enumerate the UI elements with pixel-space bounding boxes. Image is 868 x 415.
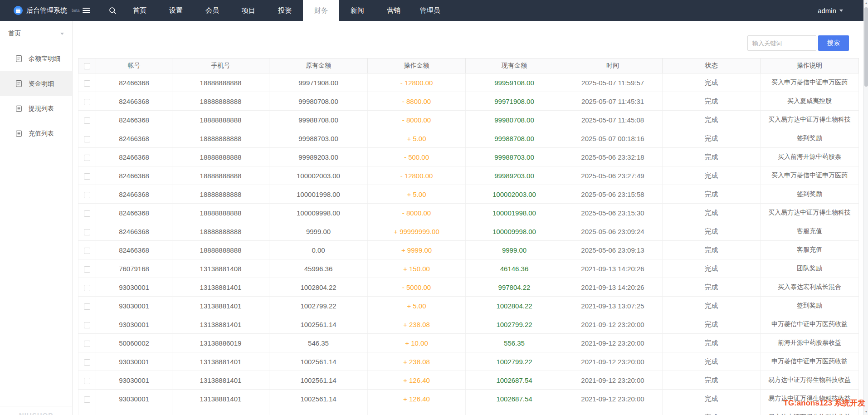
cell-desc: 客服充值 [761,222,859,241]
row-checkbox[interactable] [84,136,90,142]
cell-desc: 买入夏威夷控股 [761,92,859,111]
row-checkbox[interactable] [84,303,90,310]
cell-time: 2025-05-06 23:27:49 [563,166,663,185]
table-row: 8246636818888888888100001998.00+ 5.00100… [78,185,859,204]
cell-account: 93030001 [96,352,172,371]
row-checkbox[interactable] [84,155,90,161]
nav-item[interactable]: 投资 [267,0,303,21]
nav-item[interactable]: 会员 [194,0,230,21]
column-header: 手机号 [172,59,269,73]
sidebar-item[interactable]: 余额宝明细 [0,46,72,71]
cell-status: 完成 [663,315,761,334]
cell-status: 完成 [663,129,761,148]
cell-status: 完成 [663,259,761,278]
scrollbar-down-icon[interactable]: ▼ [864,409,868,415]
scrollbar-thumb[interactable] [864,7,868,87]
row-checkbox[interactable] [84,248,90,254]
cell-orig: 99988703.00 [269,129,368,148]
cell-orig: 99988708.00 [269,111,368,129]
search-icon[interactable] [103,0,122,21]
cell-time: 2025-05-07 11:59:57 [563,73,663,92]
cell-desc: 签到奖励 [761,129,859,148]
row-checkbox[interactable] [84,266,90,273]
row-checkbox[interactable] [84,192,90,198]
row-select-cell [78,334,96,352]
cell-status: 完成 [663,111,761,129]
cell-account: 82466368 [96,241,172,259]
nav-item[interactable]: 营销 [375,0,412,21]
cell-phone: 13138881401 [172,408,269,415]
sidebar-group-label: 首页 [8,29,60,38]
table-row: 93030001131388814011002561.14+ 238.08100… [78,315,859,334]
row-checkbox[interactable] [84,396,90,403]
row-checkbox[interactable] [84,322,90,328]
cell-account: 82466368 [96,92,172,111]
user-menu[interactable]: admin [818,7,868,15]
row-checkbox[interactable] [84,285,90,291]
cell-account: 82466368 [96,148,172,166]
cell-desc: 前海开源中药股票收益 [761,334,859,352]
sidebar-item[interactable]: 资金明细 [0,71,72,96]
hamburger-menu-icon[interactable] [77,0,95,21]
cell-orig: 45996.36 [269,259,368,278]
nav-item[interactable]: 管理员 [412,0,448,21]
table-row: 8246636818888888888100009998.00- 8000.00… [78,204,859,222]
row-checkbox[interactable] [84,173,90,180]
nav-item[interactable]: 财务 [303,0,339,21]
sidebar-item[interactable]: 提现列表 [0,96,72,121]
cell-time: 2021-09-12 23:20:00 [563,371,663,390]
row-select-cell [78,390,96,408]
nav-item[interactable]: 项目 [230,0,267,21]
search-button[interactable]: 搜索 [818,35,849,51]
cell-time: 2021-09-13 13:07:25 [563,297,663,315]
column-header: 状态 [663,59,761,73]
top-navbar: 后台管理系统 beta 首页设置会员项目投资财务新闻营销管理员 admin [0,0,868,21]
cell-time: 2021-09-12 23:20:00 [563,390,663,408]
row-checkbox[interactable] [84,117,90,124]
row-checkbox[interactable] [84,378,90,384]
cell-account: 82466368 [96,129,172,148]
sidebar: 首页 余额宝明细资金明细提现列表充值列表 NIUSHOP [0,21,73,415]
sidebar-item[interactable]: 充值列表 [0,121,72,146]
cell-account: 82466368 [96,204,172,222]
cell-time: 2025-05-06 23:09:24 [563,222,663,241]
search-toolbar: 搜索 [747,35,849,51]
cell-desc: 买入申万菱信中证申万医药 [761,166,859,185]
row-checkbox[interactable] [84,99,90,105]
cell-account: 82466368 [96,222,172,241]
cell-op: + 126.40 [368,390,466,408]
cell-time: 2021-09-12 23:20:00 [563,315,663,334]
search-input[interactable] [747,35,816,51]
cell-op: - 12800.00 [368,166,466,185]
cell-cur: 100002003.00 [466,185,563,204]
cell-op: - 12800.00 [368,73,466,92]
nav-item[interactable]: 新闻 [339,0,375,21]
row-checkbox[interactable] [84,229,90,235]
sidebar-item-label: 充值列表 [29,130,54,138]
row-checkbox[interactable] [84,341,90,347]
select-all-checkbox[interactable] [84,63,90,69]
cell-orig: 0.00 [269,241,368,259]
cell-status: 完成 [663,241,761,259]
cell-cur: 1002799.22 [466,315,563,334]
browser-scrollbar[interactable]: ▲ ▼ [863,0,868,415]
row-checkbox[interactable] [84,359,90,366]
cell-time: 2021-09-13 14:20:26 [563,278,663,297]
nav-item[interactable]: 设置 [158,0,194,21]
cell-status: 完成 [663,222,761,241]
sidebar-menu: 余额宝明细资金明细提现列表充值列表 [0,46,72,146]
cell-account: 93030001 [96,315,172,334]
app-logo[interactable]: 后台管理系统 beta [0,6,75,15]
cell-orig: 1002804.22 [269,278,368,297]
cell-orig: 100001998.00 [269,185,368,204]
row-checkbox[interactable] [84,80,90,87]
nav-item[interactable]: 首页 [122,0,158,21]
sidebar-group-home[interactable]: 首页 [0,21,72,46]
cell-time: 2025-05-06 23:32:18 [563,148,663,166]
column-header: 原有金额 [269,59,368,73]
row-checkbox[interactable] [84,210,90,217]
cell-op: + 5.00 [368,297,466,315]
cell-account: 76079168 [96,259,172,278]
row-select-cell [78,185,96,204]
scrollbar-up-icon[interactable]: ▲ [864,0,868,6]
